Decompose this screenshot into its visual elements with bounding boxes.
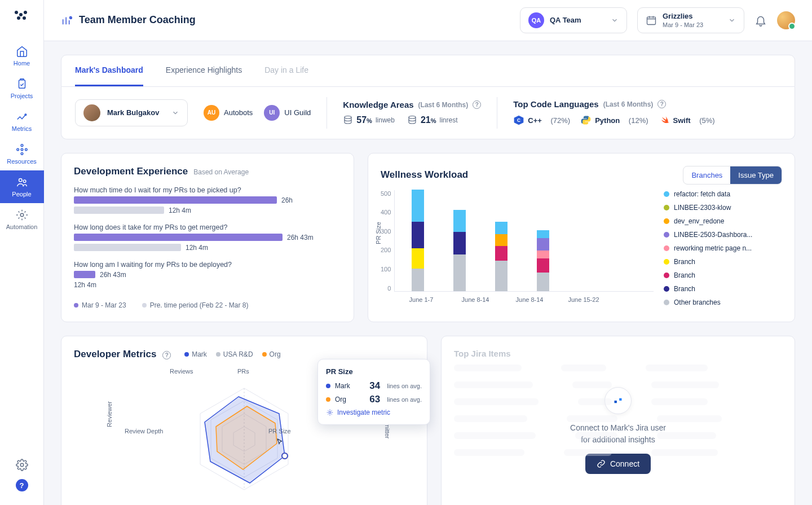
connect-button[interactable]: Connect — [585, 454, 651, 474]
legend-item: reworking metric page n... — [664, 244, 782, 252]
page-title: Team Member Coaching — [61, 14, 196, 27]
period-select[interactable]: Grizzlies Mar 9 - Mar 23 — [637, 7, 744, 33]
jira-icon — [604, 387, 632, 414]
svg-point-4 — [23, 16, 26, 20]
svg-point-15 — [20, 463, 24, 467]
legend-item: Branch — [664, 258, 782, 266]
sidebar-item-people[interactable]: People — [0, 170, 44, 203]
devexp-legend: Mar 9 - Mar 23 Pre. time period (Feb 22 … — [74, 301, 341, 309]
sidebar-item-automation[interactable]: Automation — [0, 203, 44, 236]
legend-item: LINBEE-2303-klow — [664, 204, 782, 212]
y-axis: PR Size 5004003002001000 — [381, 190, 394, 292]
stacked-bar — [412, 190, 424, 291]
svg-point-1 — [19, 13, 23, 16]
squad-chip-autobots: AU — [204, 105, 219, 121]
help-icon[interactable]: ? — [16, 479, 28, 491]
svg-point-8 — [21, 144, 23, 147]
legend-item: Branch — [664, 271, 782, 279]
people-icon — [16, 176, 28, 188]
wellness-workload-card: Wellness Workload Branches Issue Type PR… — [368, 153, 795, 322]
developer-metrics-card: Developer Metrics ? Mark USA R&D Org — [61, 336, 427, 505]
settings-icon[interactable] — [16, 459, 28, 471]
sidebar-item-metrics[interactable]: Metrics — [0, 105, 44, 138]
automation-icon — [16, 209, 28, 221]
person-avatar — [83, 104, 100, 121]
database-icon — [343, 115, 353, 125]
svg-point-18 — [345, 116, 351, 119]
legend-item: refactor: fetch data — [664, 190, 782, 198]
chevron-down-icon — [171, 109, 179, 117]
clipboard-icon — [16, 78, 28, 90]
tab-experience-highlights[interactable]: Experience Highlights — [166, 55, 242, 86]
svg-point-13 — [23, 180, 26, 183]
devexp-question: How long does it take for my PRs to get … — [74, 223, 341, 231]
app-logo-icon — [14, 10, 30, 21]
devexp-bar-current — [74, 234, 283, 241]
svg-point-14 — [20, 213, 24, 217]
svg-point-9 — [21, 153, 23, 155]
knowledge-areas: Knowledge Areas (Last 6 Months) ? 57% li… — [343, 100, 481, 125]
devexp-bar-previous — [74, 244, 181, 251]
svg-text:C: C — [517, 117, 520, 123]
database-icon — [407, 115, 417, 125]
stacked-bar — [537, 230, 549, 291]
devexp-bar-current — [74, 196, 277, 204]
topbar: Team Member Coaching QA QA Team Grizzlie… — [44, 0, 812, 41]
metrics-icon — [16, 111, 28, 123]
swift-icon — [659, 115, 670, 126]
svg-point-10 — [16, 148, 19, 151]
investigate-metric-link[interactable]: Investigate metric — [326, 409, 422, 416]
sidebar: Home Projects Metrics Resources People A… — [0, 0, 44, 505]
notifications-icon[interactable] — [754, 14, 767, 27]
team-badge: QA — [528, 12, 544, 28]
chevron-down-icon — [611, 16, 619, 24]
calendar-icon — [646, 15, 657, 26]
cursor-icon — [275, 438, 284, 447]
legend-item: dev_env_redone — [664, 217, 782, 225]
svg-point-3 — [17, 16, 20, 20]
help-icon[interactable]: ? — [473, 100, 481, 109]
top-jira-items-card: Top Jira Items Connect to Mark's Jira us… — [441, 336, 795, 505]
stacked-bar — [453, 210, 466, 291]
home-icon — [16, 45, 28, 58]
devexp-bar-current — [74, 271, 95, 278]
svg-point-7 — [21, 148, 23, 151]
stacked-bar-chart — [394, 190, 654, 292]
radar-tooltip: PR Size Mark34lines on avg. Org63lines o… — [317, 359, 430, 425]
squad-chip-ui-guild: UI — [264, 105, 280, 121]
svg-point-31 — [329, 411, 331, 414]
team-select[interactable]: QA QA Team — [520, 7, 627, 33]
help-icon[interactable]: ? — [657, 100, 666, 108]
cpp-icon: C — [513, 115, 524, 126]
toggle-branches[interactable]: Branches — [683, 166, 730, 184]
top-languages: Top Code Languages (Last 6 Months) ? C C… — [513, 99, 714, 126]
user-avatar[interactable] — [777, 11, 795, 29]
tabs: Mark's Dashboard Experience Highlights D… — [61, 55, 795, 87]
svg-rect-5 — [19, 80, 25, 89]
svg-point-11 — [25, 148, 27, 151]
devexp-bar-previous — [74, 207, 164, 214]
svg-point-0 — [15, 11, 18, 14]
svg-point-2 — [24, 11, 27, 14]
wellness-legend: refactor: fetch dataLINBEE-2303-klowdev_… — [664, 190, 782, 306]
devexp-question: How much time do I wait for my PRs to be… — [74, 186, 341, 194]
sidebar-item-projects[interactable]: Projects — [0, 72, 44, 105]
sidebar-item-resources[interactable]: Resources — [0, 138, 44, 170]
person-select[interactable]: Mark Bulgakov — [75, 99, 188, 126]
svg-point-19 — [409, 116, 416, 119]
legend-item: Other branches — [664, 298, 782, 306]
development-experience-card: Development ExperienceBased on Average H… — [61, 153, 354, 322]
link-icon — [597, 459, 606, 468]
tab-dashboard[interactable]: Mark's Dashboard — [75, 55, 143, 86]
wellness-toggle[interactable]: Branches Issue Type — [683, 166, 782, 185]
python-icon — [580, 115, 592, 126]
toggle-issue-type[interactable]: Issue Type — [730, 166, 782, 184]
legend-item: LINBEE-2503-Dashbora... — [664, 231, 782, 239]
sidebar-item-home[interactable]: Home — [0, 39, 44, 72]
profile-row: Mark Bulgakov AU Autobots UI UI Guild Kn… — [61, 87, 795, 139]
svg-point-12 — [19, 179, 22, 182]
svg-point-6 — [25, 114, 27, 116]
chevron-down-icon — [728, 16, 736, 24]
x-axis: June 1-7June 8-14June 8-14June 15-22 — [381, 296, 654, 303]
help-icon[interactable]: ? — [162, 351, 171, 359]
